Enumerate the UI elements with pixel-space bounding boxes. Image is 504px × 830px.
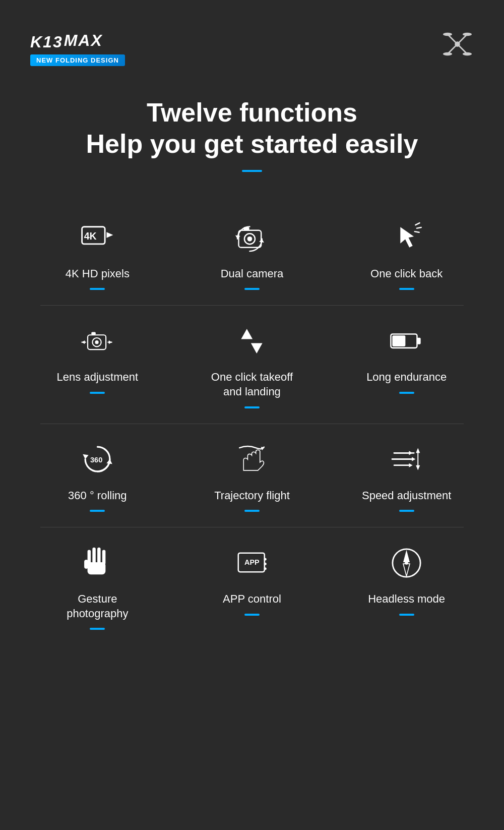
icon-trajectory: [235, 439, 268, 480]
svg-point-8: [463, 52, 472, 56]
svg-marker-60: [403, 564, 410, 576]
icon-4k-hd: 4K: [81, 217, 114, 258]
feature-endurance-dot: [399, 392, 414, 394]
svg-marker-28: [241, 329, 253, 339]
svg-marker-34: [106, 459, 112, 464]
svg-line-21: [415, 231, 419, 232]
feature-trajectory-label: Trajectory flight: [214, 489, 290, 503]
logo-badge: NEW FOLDING DESIGN: [30, 54, 125, 66]
icon-dual-camera: [235, 217, 268, 258]
features-row-4: Gesture photography APP APP control: [20, 527, 484, 645]
icon-long-endurance: [390, 321, 423, 361]
svg-marker-43: [409, 463, 413, 467]
feature-one-click-back: One click back: [336, 217, 477, 290]
icon-one-click-back: [390, 217, 423, 258]
svg-marker-41: [412, 457, 415, 461]
hero-line1: Twelve functions: [30, 97, 474, 128]
feature-dual-camera: Dual camera: [181, 217, 323, 290]
feature-speed-label: Speed adjustment: [362, 489, 451, 503]
icon-lens-adjustment: [81, 321, 114, 361]
svg-text:4K: 4K: [84, 230, 97, 242]
svg-point-61: [405, 561, 408, 565]
feature-4k-dot: [90, 288, 105, 290]
feature-endurance-label: Long endurance: [366, 370, 447, 385]
feature-lens-adjustment: Lens adjustment: [27, 321, 168, 394]
icon-app-control: APP: [235, 543, 268, 583]
logo-max: MAX: [64, 31, 103, 49]
feature-gesture-dot: [90, 628, 105, 630]
icon-speed-adjustment: [390, 439, 423, 480]
svg-text:APP: APP: [245, 558, 260, 566]
feature-dual-camera-dot: [244, 288, 260, 290]
svg-point-6: [463, 33, 472, 36]
svg-rect-52: [84, 560, 88, 569]
feature-takeoff-landing: One click takeoff and landing: [181, 321, 323, 408]
feature-takeoff-label: One click takeoff and landing: [211, 370, 293, 399]
svg-marker-18: [400, 227, 414, 248]
feature-lens-label: Lens adjustment: [57, 370, 138, 385]
feature-app-control: APP APP control: [181, 543, 323, 616]
feature-lens-dot: [90, 392, 105, 394]
features-row-1: 4K 4K HD pixels: [20, 202, 484, 306]
feature-gesture-photo: Gesture photography: [27, 543, 168, 630]
hero-divider: [242, 170, 262, 172]
feature-360-dot: [90, 510, 105, 512]
svg-marker-11: [106, 232, 113, 238]
feature-headless-dot: [399, 614, 414, 616]
svg-line-20: [417, 227, 421, 228]
feature-one-click-back-label: One click back: [370, 267, 443, 281]
svg-marker-59: [403, 550, 410, 562]
svg-point-7: [443, 52, 452, 56]
feature-360-label: 360 ° rolling: [68, 489, 127, 503]
svg-marker-26: [82, 340, 85, 344]
svg-point-24: [95, 340, 98, 344]
feature-takeoff-dot: [244, 406, 260, 408]
svg-point-14: [247, 236, 253, 242]
svg-marker-17: [260, 239, 265, 243]
svg-point-57: [264, 567, 267, 570]
feature-dual-camera-label: Dual camera: [221, 267, 284, 281]
svg-point-55: [264, 558, 267, 560]
feature-trajectory: Trajectory flight: [181, 439, 323, 512]
svg-rect-48: [92, 547, 96, 564]
svg-text:360: 360: [90, 456, 102, 464]
header: K13MAX NEW FOLDING DESIGN: [0, 0, 504, 82]
feature-gesture-label: Gesture photography: [67, 592, 128, 621]
svg-marker-33: [83, 454, 88, 459]
hero-section: Twelve functions Help you get started ea…: [0, 82, 504, 182]
logo-text: K13MAX: [30, 25, 103, 51]
svg-marker-16: [235, 235, 240, 239]
feature-one-click-back-dot: [399, 288, 414, 290]
svg-marker-29: [251, 343, 263, 353]
svg-line-19: [416, 223, 420, 225]
svg-rect-49: [97, 547, 101, 564]
feature-app-dot: [244, 614, 260, 616]
hero-title: Twelve functions Help you get started ea…: [30, 97, 474, 160]
feature-speed-adjustment: Speed adjustment: [336, 439, 477, 512]
drone-icon: [441, 28, 474, 67]
feature-trajectory-dot: [244, 510, 260, 512]
feature-app-label: APP control: [223, 592, 281, 607]
icon-headless-mode: [390, 543, 423, 583]
svg-rect-25: [91, 332, 96, 335]
svg-point-5: [443, 33, 452, 36]
svg-point-56: [264, 562, 267, 565]
svg-marker-27: [109, 340, 112, 344]
feature-4k-label: 4K HD pixels: [66, 267, 130, 281]
icon-gesture-photo: [81, 543, 114, 583]
features-section: 4K 4K HD pixels: [0, 182, 504, 645]
svg-marker-45: [416, 448, 420, 453]
features-row-3: 360 360 ° rolling Trajectory flight: [20, 424, 484, 527]
feature-360-rolling: 360 360 ° rolling: [27, 439, 168, 512]
svg-marker-46: [416, 465, 420, 470]
icon-takeoff-landing: [235, 321, 268, 361]
svg-rect-32: [392, 335, 405, 346]
svg-rect-51: [87, 562, 105, 574]
feature-headless-label: Headless mode: [368, 592, 445, 607]
feature-4k-hd: 4K 4K HD pixels: [27, 217, 168, 290]
logo-container: K13MAX NEW FOLDING DESIGN: [30, 25, 125, 66]
feature-speed-dot: [399, 510, 414, 512]
logo-k13: K13: [30, 33, 63, 51]
icon-360-rolling: 360: [81, 439, 114, 480]
feature-headless-mode: Headless mode: [336, 543, 477, 616]
